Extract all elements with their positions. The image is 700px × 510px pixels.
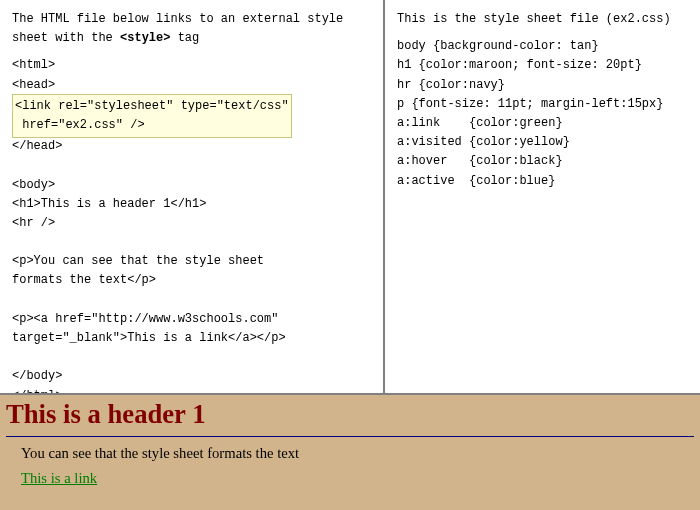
css-description: This is the style sheet file (ex2.css) (397, 10, 688, 29)
code-after: </head> <body> <h1>This is a header 1</h… (12, 139, 286, 393)
code-panels: The HTML file below links to an external… (0, 0, 700, 395)
html-description: The HTML file below links to an external… (12, 10, 371, 48)
code-highlight: <link rel="stylesheet" type="text/css" h… (12, 94, 292, 138)
desc-text-post: tag (170, 31, 199, 45)
preview-link[interactable]: This is a link (21, 470, 97, 486)
code-before: <html> <head> (12, 58, 55, 91)
html-code-block: <html> <head> <link rel="stylesheet" typ… (12, 56, 371, 393)
css-code-block: body {background-color: tan} h1 {color:m… (397, 37, 688, 191)
preview-link-paragraph: This is a link (21, 470, 694, 487)
html-source-panel: The HTML file below links to an external… (0, 0, 385, 393)
desc-bold: <style> (120, 31, 170, 45)
preview-header: This is a header 1 (6, 399, 694, 430)
css-source-panel: This is the style sheet file (ex2.css) b… (385, 0, 700, 393)
rendered-preview: This is a header 1 You can see that the … (0, 395, 700, 510)
preview-paragraph: You can see that the style sheet formats… (21, 445, 694, 462)
preview-hr (6, 436, 694, 437)
